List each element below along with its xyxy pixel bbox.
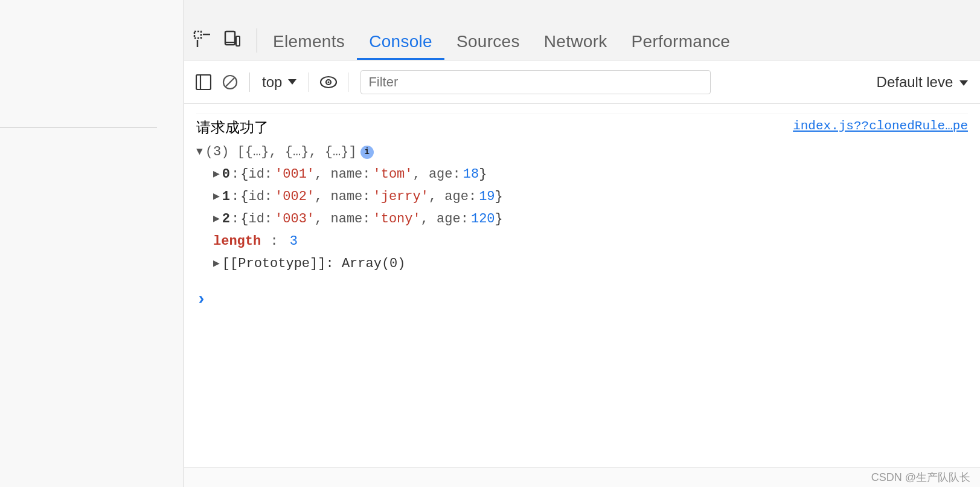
- tab-icon-divider: [257, 28, 257, 53]
- toolbar-divider-1: [249, 73, 250, 92]
- element-picker-icon[interactable]: [189, 26, 216, 53]
- prompt-arrow-icon: ›: [196, 287, 207, 312]
- svg-rect-4: [236, 36, 240, 46]
- tab-icons: [189, 26, 246, 60]
- device-toggle-icon[interactable]: [219, 26, 246, 53]
- tab-bar: Elements Console Sources Network Perform…: [184, 0, 980, 60]
- expand-arrow-2-icon[interactable]: ▶: [213, 211, 220, 227]
- collapse-arrow-icon[interactable]: ▼: [196, 144, 203, 160]
- expand-arrow-0-icon[interactable]: ▶: [213, 166, 220, 182]
- array-item-2: ▶ 2 : { id: '003' , name: 'tony' , age: …: [213, 208, 781, 230]
- array-header-row: ▼ (3) [{…}, {…}, {…}] i: [196, 141, 781, 163]
- chevron-down-icon: [959, 80, 968, 86]
- tab-performance[interactable]: Performance: [620, 26, 743, 60]
- array-header: (3) [{…}, {…}, {…}]: [205, 142, 357, 162]
- toolbar: top Default leve: [184, 60, 980, 104]
- sidebar-divider: [0, 127, 157, 127]
- filter-input[interactable]: [360, 70, 711, 94]
- length-property: length : 3: [213, 230, 781, 253]
- devtools-panel: Elements Console Sources Network Perform…: [184, 0, 980, 487]
- tab-elements[interactable]: Elements: [261, 26, 357, 60]
- log-content: 请求成功了 ▼ (3) [{…}, {…}, {…}] i ▶ 0: [196, 117, 781, 275]
- array-item-1: ▶ 1 : { id: '002' , name: 'jerry' , age:…: [213, 185, 781, 208]
- tab-network[interactable]: Network: [532, 26, 620, 60]
- svg-point-12: [328, 81, 330, 83]
- tab-sources[interactable]: Sources: [444, 26, 532, 60]
- console-prompt[interactable]: ›: [196, 282, 968, 317]
- sidebar: [0, 0, 184, 487]
- chevron-down-icon: [288, 79, 296, 85]
- length-key: length: [213, 234, 261, 249]
- clear-console-button[interactable]: [218, 70, 242, 94]
- array-tree: ▼ (3) [{…}, {…}, {…}] i ▶ 0 : { id:: [196, 141, 781, 275]
- svg-rect-0: [194, 31, 201, 38]
- log-entry: 请求成功了 ▼ (3) [{…}, {…}, {…}] i ▶ 0: [196, 114, 968, 277]
- sidebar-panel-button[interactable]: [191, 70, 216, 94]
- context-selector[interactable]: top: [257, 71, 301, 93]
- source-link[interactable]: index.js??clonedRule…pe: [793, 117, 968, 136]
- array-item-0: ▶ 0 : { id: '001' , name: 'tom' , age: 1…: [213, 163, 781, 185]
- prototype-property: ▶ [[Prototype]]: Array(0): [213, 253, 781, 275]
- attribution-text: CSDN @生产队队长: [871, 470, 970, 485]
- expand-arrow-1-icon[interactable]: ▶: [213, 189, 220, 205]
- footer: CSDN @生产队队长: [184, 467, 980, 487]
- svg-line-9: [225, 77, 235, 87]
- toolbar-divider-3: [348, 73, 348, 92]
- expand-prototype-icon[interactable]: ▶: [213, 256, 220, 272]
- live-expressions-button[interactable]: [316, 70, 341, 94]
- default-level-selector[interactable]: Default leve: [872, 71, 973, 93]
- svg-rect-6: [196, 75, 211, 89]
- toolbar-divider-2: [309, 73, 309, 92]
- length-value: 3: [290, 234, 298, 249]
- info-badge[interactable]: i: [360, 146, 374, 159]
- prototype-text: [[Prototype]]: Array(0): [222, 254, 406, 274]
- tab-console[interactable]: Console: [357, 26, 444, 60]
- console-output: 请求成功了 ▼ (3) [{…}, {…}, {…}] i ▶ 0: [184, 104, 980, 467]
- request-success-text: 请求成功了: [196, 117, 781, 138]
